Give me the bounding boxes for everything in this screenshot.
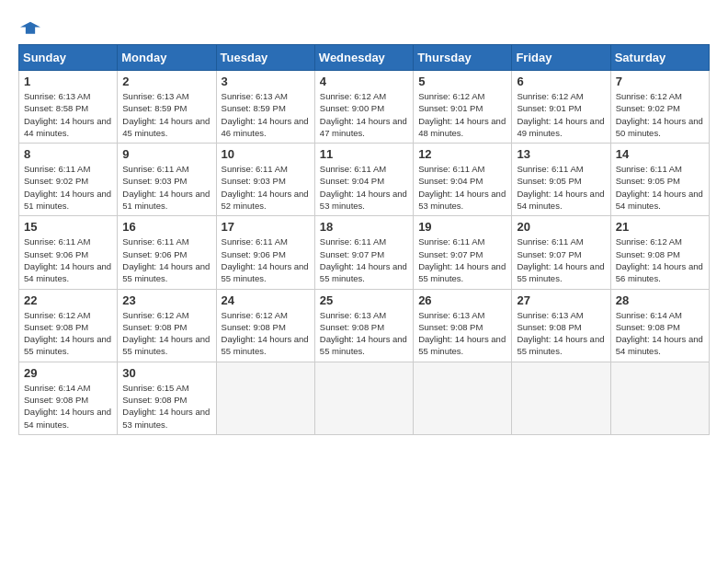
calendar-day-empty <box>512 362 610 434</box>
calendar-day: 29 Sunrise: 6:14 AM Sunset: 9:08 PM Dayl… <box>19 362 118 434</box>
calendar-week-row: 29 Sunrise: 6:14 AM Sunset: 9:08 PM Dayl… <box>19 362 710 434</box>
calendar-day-empty <box>314 362 413 434</box>
header-tuesday: Tuesday <box>216 45 314 71</box>
day-number: 5 <box>418 75 506 88</box>
day-number: 25 <box>320 293 408 307</box>
day-info: Sunrise: 6:11 AM Sunset: 9:03 PM Dayligh… <box>122 163 210 212</box>
day-number: 4 <box>320 75 408 88</box>
day-info: Sunrise: 6:11 AM Sunset: 9:02 PM Dayligh… <box>24 163 112 212</box>
day-info: Sunrise: 6:11 AM Sunset: 9:03 PM Dayligh… <box>222 163 310 212</box>
day-number: 26 <box>418 293 506 307</box>
day-number: 18 <box>320 220 408 234</box>
logo-icon <box>20 18 40 39</box>
calendar-day: 23 Sunrise: 6:12 AM Sunset: 9:08 PM Dayl… <box>118 289 216 362</box>
calendar-week-row: 22 Sunrise: 6:12 AM Sunset: 9:08 PM Dayl… <box>19 289 710 362</box>
day-info: Sunrise: 6:12 AM Sunset: 9:08 PM Dayligh… <box>122 309 210 358</box>
day-info: Sunrise: 6:12 AM Sunset: 9:01 PM Dayligh… <box>517 90 605 139</box>
day-number: 2 <box>122 75 210 88</box>
calendar-day: 3 Sunrise: 6:13 AM Sunset: 8:59 PM Dayli… <box>216 71 314 144</box>
calendar-day: 4 Sunrise: 6:12 AM Sunset: 9:00 PM Dayli… <box>314 71 413 144</box>
calendar-day: 17 Sunrise: 6:11 AM Sunset: 9:06 PM Dayl… <box>216 216 314 289</box>
day-number: 8 <box>24 147 112 161</box>
day-number: 30 <box>122 366 210 380</box>
day-number: 1 <box>24 75 112 88</box>
header-monday: Monday <box>118 45 216 71</box>
day-info: Sunrise: 6:13 AM Sunset: 8:58 PM Dayligh… <box>24 90 112 139</box>
header-saturday: Saturday <box>610 45 709 71</box>
calendar-week-row: 1 Sunrise: 6:13 AM Sunset: 8:58 PM Dayli… <box>19 71 710 144</box>
day-info: Sunrise: 6:11 AM Sunset: 9:07 PM Dayligh… <box>517 236 605 284</box>
calendar-day: 20 Sunrise: 6:11 AM Sunset: 9:07 PM Dayl… <box>512 216 610 289</box>
calendar-day: 2 Sunrise: 6:13 AM Sunset: 8:59 PM Dayli… <box>118 71 216 144</box>
calendar-day: 25 Sunrise: 6:13 AM Sunset: 9:08 PM Dayl… <box>314 289 413 362</box>
day-info: Sunrise: 6:11 AM Sunset: 9:05 PM Dayligh… <box>517 163 605 212</box>
day-info: Sunrise: 6:14 AM Sunset: 9:08 PM Dayligh… <box>24 382 112 431</box>
day-info: Sunrise: 6:13 AM Sunset: 9:08 PM Dayligh… <box>418 309 506 358</box>
day-number: 28 <box>616 293 704 307</box>
calendar-table: SundayMondayTuesdayWednesdayThursdayFrid… <box>18 44 710 435</box>
header-wednesday: Wednesday <box>314 45 413 71</box>
day-number: 15 <box>24 220 112 234</box>
calendar-day: 22 Sunrise: 6:12 AM Sunset: 9:08 PM Dayl… <box>19 289 118 362</box>
calendar-day: 13 Sunrise: 6:11 AM Sunset: 9:05 PM Dayl… <box>512 144 610 216</box>
logo <box>18 18 40 35</box>
day-number: 6 <box>517 75 605 88</box>
day-number: 29 <box>24 366 112 380</box>
page-header <box>18 18 710 35</box>
calendar-day-empty <box>216 362 314 434</box>
day-info: Sunrise: 6:12 AM Sunset: 9:08 PM Dayligh… <box>222 309 310 358</box>
day-info: Sunrise: 6:14 AM Sunset: 9:08 PM Dayligh… <box>616 309 704 358</box>
day-info: Sunrise: 6:13 AM Sunset: 8:59 PM Dayligh… <box>122 90 210 139</box>
calendar-week-row: 15 Sunrise: 6:11 AM Sunset: 9:06 PM Dayl… <box>19 216 710 289</box>
day-info: Sunrise: 6:11 AM Sunset: 9:06 PM Dayligh… <box>24 236 112 284</box>
day-number: 14 <box>616 147 704 161</box>
day-number: 10 <box>222 147 310 161</box>
calendar-day: 1 Sunrise: 6:13 AM Sunset: 8:58 PM Dayli… <box>19 71 118 144</box>
day-info: Sunrise: 6:12 AM Sunset: 9:08 PM Dayligh… <box>616 236 704 284</box>
day-number: 17 <box>222 220 310 234</box>
calendar-day-empty <box>414 362 512 434</box>
day-number: 11 <box>320 147 408 161</box>
day-info: Sunrise: 6:13 AM Sunset: 8:59 PM Dayligh… <box>222 90 310 139</box>
day-info: Sunrise: 6:11 AM Sunset: 9:05 PM Dayligh… <box>616 163 704 212</box>
calendar-day: 27 Sunrise: 6:13 AM Sunset: 9:08 PM Dayl… <box>512 289 610 362</box>
calendar-day: 28 Sunrise: 6:14 AM Sunset: 9:08 PM Dayl… <box>610 289 709 362</box>
day-number: 21 <box>616 220 704 234</box>
calendar-day: 21 Sunrise: 6:12 AM Sunset: 9:08 PM Dayl… <box>610 216 709 289</box>
day-info: Sunrise: 6:13 AM Sunset: 9:08 PM Dayligh… <box>320 309 408 358</box>
calendar-day: 24 Sunrise: 6:12 AM Sunset: 9:08 PM Dayl… <box>216 289 314 362</box>
day-number: 16 <box>122 220 210 234</box>
day-info: Sunrise: 6:15 AM Sunset: 9:08 PM Dayligh… <box>122 382 210 431</box>
svg-marker-0 <box>20 22 40 34</box>
day-info: Sunrise: 6:12 AM Sunset: 9:08 PM Dayligh… <box>24 309 112 358</box>
calendar-day: 30 Sunrise: 6:15 AM Sunset: 9:08 PM Dayl… <box>118 362 216 434</box>
calendar-day: 10 Sunrise: 6:11 AM Sunset: 9:03 PM Dayl… <box>216 144 314 216</box>
day-number: 7 <box>616 75 704 88</box>
header-thursday: Thursday <box>414 45 512 71</box>
calendar-day: 12 Sunrise: 6:11 AM Sunset: 9:04 PM Dayl… <box>414 144 512 216</box>
calendar-day: 9 Sunrise: 6:11 AM Sunset: 9:03 PM Dayli… <box>118 144 216 216</box>
day-info: Sunrise: 6:13 AM Sunset: 9:08 PM Dayligh… <box>517 309 605 358</box>
day-number: 22 <box>24 293 112 307</box>
header-friday: Friday <box>512 45 610 71</box>
calendar-day-empty <box>610 362 709 434</box>
day-number: 27 <box>517 293 605 307</box>
calendar-day: 8 Sunrise: 6:11 AM Sunset: 9:02 PM Dayli… <box>19 144 118 216</box>
day-info: Sunrise: 6:11 AM Sunset: 9:06 PM Dayligh… <box>122 236 210 284</box>
calendar-week-row: 8 Sunrise: 6:11 AM Sunset: 9:02 PM Dayli… <box>19 144 710 216</box>
day-info: Sunrise: 6:11 AM Sunset: 9:07 PM Dayligh… <box>418 236 506 284</box>
day-number: 3 <box>222 75 310 88</box>
day-number: 20 <box>517 220 605 234</box>
day-info: Sunrise: 6:11 AM Sunset: 9:04 PM Dayligh… <box>418 163 506 212</box>
day-number: 23 <box>122 293 210 307</box>
calendar-day: 15 Sunrise: 6:11 AM Sunset: 9:06 PM Dayl… <box>19 216 118 289</box>
calendar-day: 19 Sunrise: 6:11 AM Sunset: 9:07 PM Dayl… <box>414 216 512 289</box>
calendar-day: 16 Sunrise: 6:11 AM Sunset: 9:06 PM Dayl… <box>118 216 216 289</box>
calendar-header-row: SundayMondayTuesdayWednesdayThursdayFrid… <box>19 45 710 71</box>
day-number: 19 <box>418 220 506 234</box>
day-number: 13 <box>517 147 605 161</box>
calendar-day: 7 Sunrise: 6:12 AM Sunset: 9:02 PM Dayli… <box>610 71 709 144</box>
calendar-day: 18 Sunrise: 6:11 AM Sunset: 9:07 PM Dayl… <box>314 216 413 289</box>
day-number: 12 <box>418 147 506 161</box>
day-info: Sunrise: 6:12 AM Sunset: 9:01 PM Dayligh… <box>418 90 506 139</box>
